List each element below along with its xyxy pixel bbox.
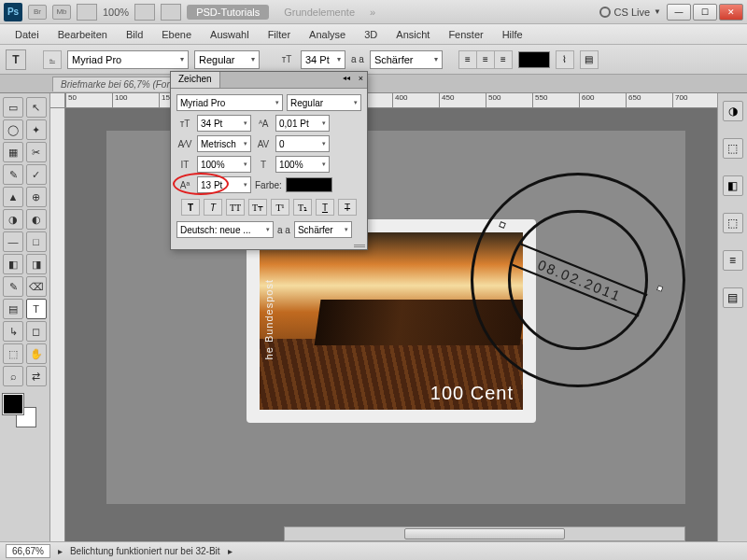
minimize-button[interactable]: — bbox=[667, 4, 691, 21]
menu-bearbeiten[interactable]: Bearbeiten bbox=[50, 27, 115, 42]
cp-baseline-shift[interactable]: 13 Pt bbox=[197, 176, 251, 193]
workspace-more-icon[interactable]: » bbox=[370, 7, 375, 18]
subscript-button[interactable]: T₁ bbox=[293, 199, 312, 216]
dock-icon-1[interactable]: ⬚ bbox=[723, 138, 743, 159]
cp-leading[interactable]: 0,01 Pt bbox=[275, 115, 330, 132]
menu-analyse[interactable]: Analyse bbox=[302, 27, 353, 42]
tool-12[interactable]: — bbox=[3, 231, 23, 252]
close-button[interactable]: ✕ bbox=[719, 4, 743, 21]
font-family-dropdown[interactable]: Myriad Pro bbox=[67, 50, 189, 69]
panel-collapse-icon[interactable]: ◂◂ bbox=[343, 74, 350, 82]
status-zoom[interactable]: 66,67% bbox=[6, 544, 50, 558]
dock-icon-5[interactable]: ▤ bbox=[723, 287, 743, 308]
ruler-corner[interactable] bbox=[50, 93, 65, 108]
cp-tracking[interactable]: 0 bbox=[275, 135, 330, 152]
scrollbar-horizontal[interactable] bbox=[284, 526, 685, 541]
menu-hilfe[interactable]: Hilfe bbox=[495, 27, 530, 42]
cp-vscale[interactable]: 100% bbox=[197, 156, 251, 173]
tool-4[interactable]: ▦ bbox=[3, 142, 23, 162]
text-color-swatch[interactable] bbox=[518, 51, 550, 68]
foreground-color[interactable] bbox=[3, 394, 23, 414]
bridge-button[interactable]: Br bbox=[28, 5, 47, 20]
cp-font-style[interactable]: Regular bbox=[287, 94, 361, 111]
menu-ansicht[interactable]: Ansicht bbox=[388, 27, 437, 42]
arrange-docs-dropdown[interactable] bbox=[134, 4, 155, 21]
tool-13[interactable]: □ bbox=[26, 231, 47, 252]
panel-close-icon[interactable]: × bbox=[359, 74, 363, 83]
menu-auswahl[interactable]: Auswahl bbox=[203, 27, 257, 42]
tool-22[interactable]: ⬚ bbox=[3, 343, 23, 364]
tool-17[interactable]: ⌫ bbox=[26, 276, 47, 297]
tool-9[interactable]: ⊕ bbox=[26, 187, 47, 207]
panel-tabbar[interactable]: Zeichen ◂◂ × bbox=[171, 72, 367, 89]
align-left-button[interactable]: ≡ bbox=[458, 50, 477, 69]
menu-fenster[interactable]: Fenster bbox=[441, 27, 490, 42]
tool-10[interactable]: ◑ bbox=[3, 209, 23, 230]
tool-21[interactable]: ◻ bbox=[26, 321, 47, 342]
cp-hscale[interactable]: 100% bbox=[275, 156, 330, 173]
tool-14[interactable]: ◧ bbox=[3, 254, 23, 274]
cp-color-swatch[interactable] bbox=[286, 177, 332, 192]
minibridge-button[interactable]: Mb bbox=[52, 5, 71, 20]
superscript-button[interactable]: T¹ bbox=[271, 199, 289, 216]
tool-8[interactable]: ▲ bbox=[3, 187, 23, 207]
tool-23[interactable]: ✋ bbox=[26, 343, 47, 364]
color-swatches[interactable] bbox=[3, 394, 40, 427]
tool-16[interactable]: ✎ bbox=[3, 276, 23, 297]
dock-icon-4[interactable]: ≡ bbox=[723, 250, 743, 271]
tool-0[interactable]: ▭ bbox=[3, 97, 23, 118]
menu-datei[interactable]: Datei bbox=[7, 27, 47, 42]
character-panel[interactable]: Zeichen ◂◂ × Myriad Pro Regular тT 34 Pt… bbox=[170, 71, 368, 250]
character-tab[interactable]: Zeichen bbox=[171, 72, 220, 88]
menu-ebene[interactable]: Ebene bbox=[154, 27, 199, 42]
tool-15[interactable]: ◨ bbox=[26, 254, 47, 274]
menu-3d[interactable]: 3D bbox=[357, 27, 385, 42]
cp-font-family[interactable]: Myriad Pro bbox=[176, 94, 283, 111]
view-extras-dropdown[interactable] bbox=[77, 4, 97, 21]
align-right-button[interactable]: ≡ bbox=[494, 50, 513, 69]
tool-19[interactable]: T bbox=[26, 299, 47, 319]
zoom-level[interactable]: 100% bbox=[103, 7, 129, 18]
tool-7[interactable]: ✓ bbox=[26, 164, 47, 185]
strikethrough-button[interactable]: T bbox=[338, 199, 357, 216]
toggle-panels-button[interactable]: ▤ bbox=[580, 50, 599, 69]
active-tool-icon[interactable]: T bbox=[6, 49, 26, 70]
cp-language[interactable]: Deutsch: neue ... bbox=[176, 221, 274, 238]
ruler-vertical[interactable] bbox=[50, 108, 65, 541]
panel-menu-icon[interactable] bbox=[354, 245, 365, 247]
dock-icon-0[interactable]: ◑ bbox=[723, 101, 743, 121]
tool-24[interactable]: ⌕ bbox=[3, 366, 23, 386]
screen-mode-dropdown[interactable] bbox=[161, 4, 181, 21]
cp-font-size[interactable]: 34 Pt bbox=[197, 115, 251, 132]
faux-bold-button[interactable]: T bbox=[181, 199, 200, 216]
font-style-dropdown[interactable]: Regular bbox=[194, 50, 260, 69]
tool-2[interactable]: ◯ bbox=[3, 119, 23, 140]
tool-25[interactable]: ⇄ bbox=[26, 366, 47, 386]
maximize-button[interactable]: ☐ bbox=[693, 4, 717, 21]
faux-italic-button[interactable]: T bbox=[204, 199, 222, 216]
menu-filter[interactable]: Filter bbox=[261, 27, 298, 42]
tool-11[interactable]: ◐ bbox=[26, 209, 47, 230]
underline-button[interactable]: T bbox=[316, 199, 334, 216]
workspace-active[interactable]: PSD-Tutorials bbox=[187, 5, 269, 20]
warp-text-button[interactable]: ⌇ bbox=[556, 50, 574, 69]
ruler-horizontal[interactable]: 5010015020025030035040045050055060065070… bbox=[65, 93, 717, 108]
dock-icon-2[interactable]: ◧ bbox=[723, 175, 743, 196]
cp-antialias[interactable]: Schärfer bbox=[294, 221, 352, 238]
align-center-button[interactable]: ≡ bbox=[476, 50, 495, 69]
status-arrow-icon[interactable]: ▸ bbox=[228, 546, 233, 556]
app-logo[interactable]: Ps bbox=[4, 3, 22, 21]
antialias-dropdown[interactable]: Schärfer bbox=[370, 50, 443, 69]
tool-5[interactable]: ✂ bbox=[26, 142, 47, 162]
cs-live-button[interactable]: CS Live ▼ bbox=[599, 7, 661, 18]
smallcaps-button[interactable]: Tᴛ bbox=[248, 199, 267, 216]
allcaps-button[interactable]: TT bbox=[226, 199, 245, 216]
font-size-dropdown[interactable]: 34 Pt bbox=[301, 50, 345, 69]
status-arrow-icon[interactable]: ▸ bbox=[58, 546, 63, 556]
tool-6[interactable]: ✎ bbox=[3, 164, 23, 185]
dock-icon-3[interactable]: ⬚ bbox=[723, 213, 743, 233]
workspace-inactive[interactable]: Grundelemente bbox=[275, 5, 364, 20]
cp-kerning[interactable]: Metrisch bbox=[197, 135, 251, 152]
tool-3[interactable]: ✦ bbox=[26, 119, 47, 140]
menu-bild[interactable]: Bild bbox=[119, 27, 150, 42]
